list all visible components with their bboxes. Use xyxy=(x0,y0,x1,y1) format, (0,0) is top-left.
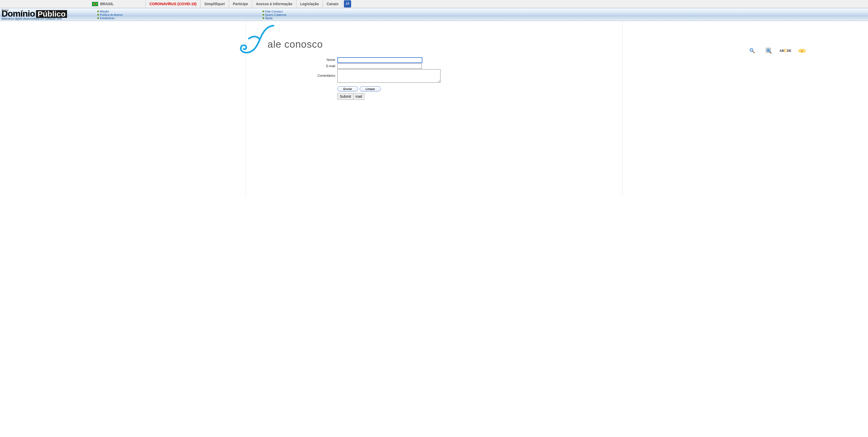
button-enviar[interactable]: Enviar xyxy=(337,86,358,91)
svg-line-3 xyxy=(753,51,754,53)
portal-label: Portal xyxy=(2,9,8,12)
nav-legislacao[interactable]: Legislação xyxy=(296,0,323,8)
link-missao[interactable]: Missão xyxy=(97,10,123,13)
yahoo-search-icon[interactable]: Y! xyxy=(798,47,806,55)
input-email[interactable] xyxy=(337,63,422,69)
site-links-left: Missão Política do Acervo Estatísticas xyxy=(97,10,123,20)
site-links-right: Fale Conosco Quero Colaborar Ajuda xyxy=(262,10,286,20)
text-size-icon[interactable]: ABCDE xyxy=(781,47,789,55)
world-search-icon[interactable] xyxy=(765,47,773,55)
logo-subtitle: Biblioteca digital desenvolvida em softw… xyxy=(2,18,67,20)
site-header: Domínio Público Biblioteca digital desen… xyxy=(0,8,868,21)
svg-point-1 xyxy=(348,2,349,3)
input-comentarios[interactable] xyxy=(337,69,440,83)
link-fale-conosco[interactable]: Fale Conosco xyxy=(262,10,286,13)
button-limpar[interactable]: Limpar xyxy=(360,86,381,91)
nav-canais[interactable]: Canais xyxy=(323,0,342,8)
logo[interactable]: Domínio Público Biblioteca digital desen… xyxy=(0,8,95,21)
country-selector[interactable]: BRASIL xyxy=(89,0,117,8)
button-submit[interactable]: Submit xyxy=(338,93,353,99)
svg-point-0 xyxy=(346,2,347,3)
system-button-group: Submit mail xyxy=(337,93,364,100)
toolbar-icons: ABCDE Y! xyxy=(748,47,806,55)
svg-point-5 xyxy=(767,49,770,52)
contact-form: Nome: E-mail: Comentários: Enviar Limpar… xyxy=(313,57,622,100)
svg-text:Y!: Y! xyxy=(801,50,803,52)
logo-word2: Público xyxy=(36,10,67,18)
site-links: Missão Política do Acervo Estatísticas F… xyxy=(95,8,868,21)
page-title: ale conosco xyxy=(268,39,323,50)
search-icon[interactable] xyxy=(748,47,756,55)
link-politica-acervo[interactable]: Política do Acervo xyxy=(97,13,123,16)
nav-participe[interactable]: Participe xyxy=(229,0,252,8)
label-nome: Nome: xyxy=(313,57,337,62)
label-comentarios: Comentários: xyxy=(313,69,337,78)
nav-simplifique[interactable]: Simplifique! xyxy=(200,0,229,8)
spacer xyxy=(117,0,146,8)
brazil-flag-icon xyxy=(92,2,98,6)
button-mail[interactable]: mail xyxy=(353,93,364,99)
page-body: ABCDE Y! ale conosco Nome: E-mail: Comen… xyxy=(0,21,868,197)
link-estatisticas[interactable]: Estatísticas xyxy=(97,17,123,20)
gov-bar: BRASIL CORONAVÍRUS (COVID-19) Simplifiqu… xyxy=(0,0,868,8)
accessibility-libras-icon[interactable] xyxy=(344,0,351,7)
link-quero-colaborar[interactable]: Quero Colaborar xyxy=(262,13,286,16)
nav-acesso-informacao[interactable]: Acesso à informação xyxy=(252,0,296,8)
input-nome[interactable] xyxy=(337,57,422,63)
spacer xyxy=(0,0,89,8)
nav-covid[interactable]: CORONAVÍRUS (COVID-19) xyxy=(146,0,200,8)
label-email: E-mail: xyxy=(313,63,337,68)
link-ajuda[interactable]: Ajuda xyxy=(262,17,286,20)
svg-point-2 xyxy=(750,49,753,52)
page-heading: ale conosco xyxy=(238,21,622,62)
country-label: BRASIL xyxy=(100,2,114,6)
content-shell: ale conosco Nome: E-mail: Comentários: E… xyxy=(246,21,622,197)
